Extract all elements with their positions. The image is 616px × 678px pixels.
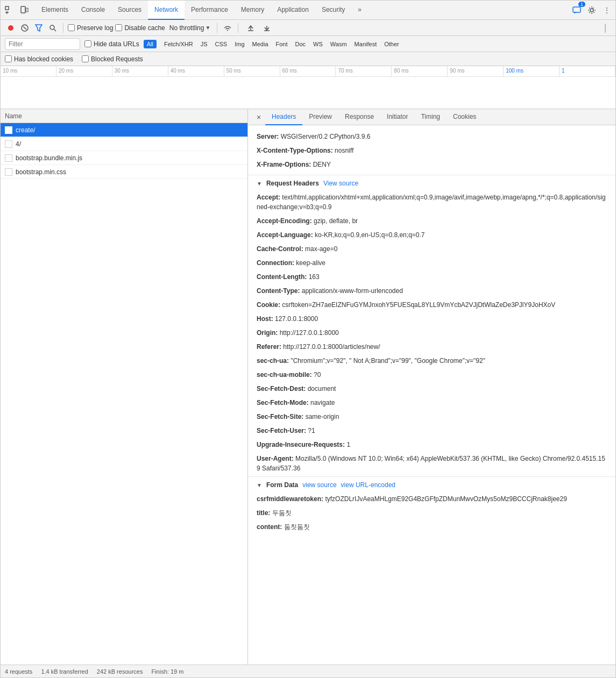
filter-type-ws[interactable]: WS: [310, 40, 326, 48]
req-header-upgrade-insecure: Upgrade-Insecure-Requests: 1: [248, 438, 615, 452]
req-header-sec-fetch-dest: Sec-Fetch-Dest: document: [248, 382, 615, 396]
tab-application[interactable]: Application: [271, 1, 315, 20]
disable-cache-input[interactable]: [115, 24, 122, 31]
form-data-view-url-encoded-link[interactable]: view URL-encoded: [341, 481, 395, 489]
ruler-mark-70ms: 70 ms: [336, 66, 392, 76]
separator-2: [217, 23, 217, 33]
detail-tab-timing[interactable]: Timing: [414, 109, 447, 125]
request-item-create[interactable]: create/: [1, 123, 247, 137]
svg-rect-0: [5, 6, 9, 10]
hide-data-urls-input[interactable]: [84, 40, 91, 47]
throttle-dropdown[interactable]: No throttling ▼: [167, 23, 213, 33]
chat-icon[interactable]: 1: [570, 4, 583, 17]
ruler-mark-80ms: 80 ms: [392, 66, 448, 76]
record-button[interactable]: [5, 22, 17, 34]
ruler-mark-90ms: 90 ms: [448, 66, 504, 76]
filter-input[interactable]: [5, 38, 80, 50]
filter-type-wasm[interactable]: Wasm: [327, 40, 350, 48]
device-toggle-icon[interactable]: [18, 4, 31, 17]
main-content: Name create/ 4/ bootstrap.bundle.min.js …: [1, 109, 615, 665]
file-icon-create: [5, 126, 12, 134]
req-header-host: Host: 127.0.0.1:8000: [248, 312, 615, 326]
file-icon-4: [5, 140, 12, 148]
detail-tabs: × Headers Preview Response Initiator Tim…: [248, 109, 615, 125]
blocked-requests-input[interactable]: [82, 55, 89, 62]
tab-console[interactable]: Console: [75, 1, 111, 20]
tab-performance[interactable]: Performance: [185, 1, 235, 20]
devtools-tab-bar: Elements Console Sources Network Perform…: [1, 1, 615, 20]
svg-rect-3: [21, 6, 25, 13]
more-icon[interactable]: ⋮: [600, 4, 613, 17]
req-header-content-length: Content-Length: 163: [248, 270, 615, 284]
ruler-mark-60ms: 60 ms: [280, 66, 336, 76]
more-toolbar-icon[interactable]: |: [599, 22, 611, 34]
inspect-icon[interactable]: [3, 4, 16, 17]
tab-more[interactable]: »: [351, 1, 368, 20]
req-header-sec-ch-ua-mobile: sec-ch-ua-mobile: ?0: [248, 368, 615, 382]
view-source-link[interactable]: View source: [323, 180, 358, 187]
preserve-log-input[interactable]: [68, 24, 75, 31]
checkbox-row: Has blocked cookies Blocked Requests: [1, 52, 615, 66]
tab-elements[interactable]: Elements: [35, 1, 75, 20]
requests-count: 4 requests: [5, 668, 32, 675]
form-data-toggle-icon[interactable]: ▼: [257, 482, 262, 488]
request-item-bootstrap-js[interactable]: bootstrap.bundle.min.js: [1, 151, 247, 165]
search-button[interactable]: [47, 22, 59, 34]
filter-types-group: Fetch/XHR JS CSS Img Media Font Doc WS W…: [161, 40, 402, 48]
req-header-sec-fetch-mode: Sec-Fetch-Mode: navigate: [248, 396, 615, 410]
filter-row: Hide data URLs All Fetch/XHR JS CSS Img …: [1, 36, 615, 52]
headers-content: Server: WSGIServer/0.2 CPython/3.9.6 X-C…: [248, 125, 615, 665]
has-blocked-cookies-checkbox[interactable]: Has blocked cookies: [5, 55, 73, 63]
detail-tab-preview[interactable]: Preview: [302, 109, 338, 125]
request-item-bootstrap-css[interactable]: bootstrap.min.css: [1, 165, 247, 179]
filter-type-all[interactable]: All: [144, 40, 157, 48]
detail-tab-headers[interactable]: Headers: [265, 109, 302, 125]
wifi-icon[interactable]: [222, 22, 233, 34]
request-item-4[interactable]: 4/: [1, 137, 247, 151]
req-header-accept: Accept: text/html,application/xhtml+xml,…: [248, 190, 615, 214]
request-headers-section-header: ▼ Request Headers View source: [248, 176, 615, 190]
clear-button[interactable]: [19, 22, 31, 34]
req-header-accept-encoding: Accept-Encoding: gzip, deflate, br: [248, 214, 615, 228]
filter-type-img[interactable]: Img: [231, 40, 247, 48]
tab-sources[interactable]: Sources: [111, 1, 148, 20]
detail-tab-response[interactable]: Response: [338, 109, 380, 125]
filter-toggle-button[interactable]: [33, 22, 45, 34]
separator-1: [63, 23, 63, 33]
close-detail-button[interactable]: ×: [252, 111, 265, 124]
request-headers-toggle-icon[interactable]: ▼: [257, 181, 262, 187]
filter-type-media[interactable]: Media: [249, 40, 272, 48]
tab-network[interactable]: Network: [148, 1, 185, 20]
filter-type-js[interactable]: JS: [197, 40, 211, 48]
ruler-mark-10ms: 10 ms: [1, 66, 56, 76]
form-data-section-header: ▼ Form Data view source view URL-encoded: [248, 478, 615, 492]
divider-1: [248, 175, 615, 175]
filter-type-other[interactable]: Other: [381, 40, 402, 48]
filter-type-css[interactable]: CSS: [212, 40, 231, 48]
tab-security[interactable]: Security: [315, 1, 351, 20]
filter-type-doc[interactable]: Doc: [292, 40, 309, 48]
ruler-mark-20ms: 20 ms: [56, 66, 112, 76]
req-header-connection: Connection: keep-alive: [248, 256, 615, 270]
req-header-sec-fetch-site: Sec-Fetch-Site: same-origin: [248, 410, 615, 424]
hide-data-urls-checkbox[interactable]: Hide data URLs: [84, 40, 139, 48]
form-data-view-source-link[interactable]: view source: [302, 481, 336, 489]
transferred-size: 1.4 kB transferred: [41, 668, 88, 675]
download-icon[interactable]: [261, 22, 273, 34]
filter-type-manifest[interactable]: Manifest: [351, 40, 380, 48]
blocked-requests-checkbox[interactable]: Blocked Requests: [82, 55, 143, 63]
upload-icon[interactable]: [245, 22, 257, 34]
header-x-content-type: X-Content-Type-Options: nosniff: [248, 144, 615, 158]
timeline: 10 ms 20 ms 30 ms 40 ms 50 ms 60 ms 70 m…: [1, 66, 615, 109]
tab-memory[interactable]: Memory: [235, 1, 271, 20]
header-server: Server: WSGIServer/0.2 CPython/3.9.6: [248, 130, 615, 144]
filter-type-font[interactable]: Font: [273, 40, 291, 48]
detail-tab-cookies[interactable]: Cookies: [447, 109, 483, 125]
settings-icon[interactable]: [585, 4, 598, 17]
disable-cache-checkbox[interactable]: Disable cache: [115, 24, 165, 32]
preserve-log-checkbox[interactable]: Preserve log: [68, 24, 113, 32]
has-blocked-cookies-input[interactable]: [5, 55, 12, 62]
svg-line-9: [23, 26, 26, 30]
detail-tab-initiator[interactable]: Initiator: [380, 109, 414, 125]
filter-type-fetch-xhr[interactable]: Fetch/XHR: [161, 40, 196, 48]
